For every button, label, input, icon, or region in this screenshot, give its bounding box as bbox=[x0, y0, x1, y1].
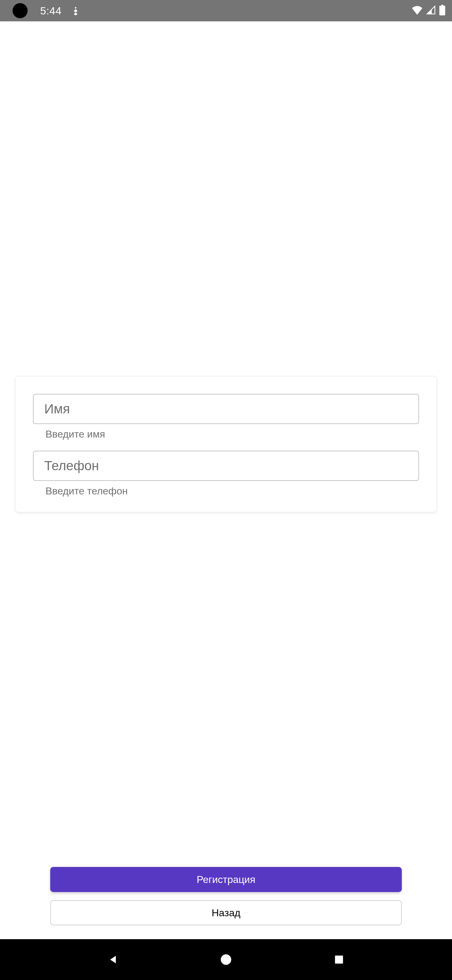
name-field-group: Имя Введите имя bbox=[33, 394, 419, 448]
name-helper: Введите имя bbox=[33, 424, 419, 448]
spacer bbox=[0, 21, 452, 376]
svg-rect-1 bbox=[439, 6, 446, 15]
svg-point-0 bbox=[75, 7, 76, 8]
button-group: Регистрация Назад bbox=[0, 867, 452, 939]
svg-rect-2 bbox=[441, 5, 443, 6]
name-label: Имя bbox=[44, 401, 70, 417]
phone-field-group: Телефон Введите телефон bbox=[33, 451, 419, 497]
phone-input[interactable]: Телефон bbox=[33, 451, 419, 481]
svg-point-3 bbox=[220, 954, 231, 965]
navigation-bar bbox=[0, 939, 452, 980]
content-area: Имя Введите имя Телефон Введите телефон … bbox=[0, 21, 452, 939]
battery-icon bbox=[439, 5, 446, 17]
spacer bbox=[0, 512, 452, 867]
registration-card: Имя Введите имя Телефон Введите телефон bbox=[15, 376, 437, 512]
name-input[interactable]: Имя bbox=[33, 394, 419, 424]
card-wrap: Имя Введите имя Телефон Введите телефон bbox=[0, 376, 452, 512]
avatar bbox=[13, 3, 28, 18]
nav-recent-button[interactable] bbox=[331, 952, 347, 967]
phone-label: Телефон bbox=[44, 458, 99, 473]
status-right bbox=[411, 5, 446, 17]
clock: 5:44 bbox=[40, 5, 62, 17]
register-button[interactable]: Регистрация bbox=[50, 867, 402, 892]
status-bar: 5:44 bbox=[0, 0, 452, 21]
fitness-icon bbox=[71, 6, 80, 15]
phone-helper: Введите телефон bbox=[33, 481, 419, 497]
cellular-icon bbox=[426, 5, 436, 16]
wifi-icon bbox=[411, 5, 423, 16]
status-left: 5:44 bbox=[13, 3, 80, 18]
nav-back-button[interactable] bbox=[105, 952, 121, 967]
back-button[interactable]: Назад bbox=[50, 900, 402, 925]
nav-home-button[interactable] bbox=[218, 952, 234, 967]
svg-rect-4 bbox=[335, 956, 343, 964]
